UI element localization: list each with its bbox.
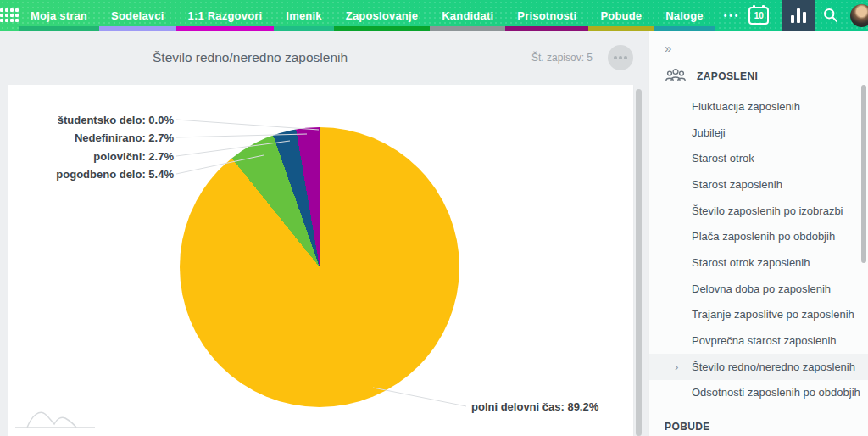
nav-item-label: Kandidati	[442, 9, 493, 22]
nav-right-tools: 10 ⌄	[748, 0, 868, 31]
calendar-icon[interactable]: 10	[748, 7, 769, 25]
sidebar-report-item[interactable]: Trajanje zaposlitve po zaposlenih	[649, 302, 868, 328]
nav-item-kandidati[interactable]: Kandidati	[430, 0, 505, 31]
pie-slice-label: Nedefinirano: 2.7%	[8, 131, 174, 144]
pie-slice-label: študentsko delo: 0.0%	[8, 114, 174, 126]
avatar[interactable]	[850, 4, 868, 27]
sidebar-section-label: POBUDE	[665, 421, 710, 433]
sidebar-section-header[interactable]: ZAPOSLENI	[649, 67, 868, 86]
top-nav: Moja stranSodelavci1:1 RazgovoriImenikZa…	[0, 0, 868, 31]
records-count: Št. zapisov: 5	[531, 52, 593, 64]
nav-item-label: Moja stran	[31, 9, 87, 22]
nav-item-label: Naloge	[665, 9, 704, 22]
sidebar-scrollbar[interactable]	[861, 85, 866, 263]
sidebar-report-label: Število redno/neredno zaposlenih	[692, 361, 855, 373]
sidebar-report-label: Starost otrok zaposlenih	[692, 256, 810, 269]
page-header: Število redno/neredno zaposlenih Št. zap…	[0, 31, 648, 85]
pie-slice-label: polni delovni čas: 89.2%	[471, 400, 598, 413]
main-scrollbar[interactable]	[636, 89, 642, 436]
pie-slice-label: polovični: 2.7%	[8, 150, 174, 163]
nav-tabs: Moja stranSodelavci1:1 RazgovoriImenikZa…	[19, 0, 748, 31]
sidebar-report-label: Starost otrok	[692, 152, 754, 165]
sidebar-section-header[interactable]: POBUDE	[649, 417, 868, 436]
nav-item-naloge[interactable]: Naloge	[654, 0, 715, 31]
sidebar-report-item[interactable]: Plača zaposlenih po obdobjih	[649, 223, 868, 249]
sidebar-report-item[interactable]: Starost otrok zaposlenih	[649, 249, 868, 276]
sidebar-report-item[interactable]: Odsotnosti zaposlenih po obdobjih	[649, 380, 868, 406]
sidebar-report-item[interactable]: Starost otrok	[649, 145, 868, 171]
sidebar-report-item[interactable]: Delovna doba po zaposlenih	[649, 276, 868, 302]
apps-grid-icon[interactable]	[0, 0, 19, 31]
sidebar-report-label: Fluktuacija zaposlenih	[692, 100, 800, 113]
nav-item-label: Sodelavci	[111, 9, 164, 22]
analytics-bar-chart-icon[interactable]	[782, 0, 815, 31]
nav-item-label: •••	[724, 11, 741, 20]
nav-item-label: Prisotnosti	[517, 9, 576, 22]
nav-item-prisotnosti[interactable]: Prisotnosti	[505, 0, 588, 31]
sidebar-section-label: ZAPOSLENI	[697, 70, 758, 82]
nav-item-razgovori[interactable]: 1:1 Razgovori	[176, 0, 275, 31]
nav-item-label: Pobude	[600, 9, 642, 22]
sidebar-report-label: Trajanje zaposlitve po zaposlenih	[692, 308, 854, 321]
more-options-button[interactable]	[608, 45, 633, 70]
sidebar-report-label: Povprečna starost zaposlenih	[692, 334, 837, 347]
sidebar-report-item[interactable]: ›Število redno/neredno zaposlenih	[649, 354, 868, 380]
sidebar-report-item[interactable]: Jubileji	[649, 120, 868, 146]
search-icon[interactable]	[815, 0, 847, 31]
people-icon	[665, 68, 687, 85]
nav-item-label: Zaposlovanje	[346, 9, 418, 22]
app-root: Moja stranSodelavci1:1 RazgovoriImenikZa…	[0, 0, 868, 436]
page-title: Število redno/neredno zaposlenih	[153, 31, 348, 85]
sidebar-report-item[interactable]: Število zaposlenih po izobrazbi	[649, 198, 868, 224]
nav-item-pobude[interactable]: Pobude	[588, 0, 654, 31]
nav-item-moja-stran[interactable]: Moja stran	[19, 0, 99, 31]
sidebar-report-label: Delovna doba po zaposlenih	[692, 282, 831, 295]
reports-sidebar: » ZAPOSLENIFluktuacija zaposlenihJubilej…	[648, 31, 868, 436]
nav-item-sodelavci[interactable]: Sodelavci	[99, 0, 176, 31]
nav-item-more[interactable]: •••	[715, 0, 749, 31]
sidebar-report-item[interactable]: Fluktuacija zaposlenih	[649, 93, 868, 120]
sidebar-report-label: Jubileji	[692, 126, 726, 139]
nav-item-label: 1:1 Razgovori	[188, 9, 263, 22]
main-pane: Število redno/neredno zaposlenih Št. zap…	[0, 31, 648, 436]
sidebar-report-item[interactable]: Povprečna starost zaposlenih	[649, 327, 868, 354]
sidebar-report-label: Starost zaposlenih	[692, 178, 782, 191]
sidebar-report-label: Plača zaposlenih po obdobjih	[692, 230, 835, 243]
pie-chart[interactable]	[180, 127, 459, 407]
user-menu[interactable]: ⌄	[850, 4, 868, 27]
sidebar-report-label: Odsotnosti zaposlenih po obdobjih	[692, 386, 860, 399]
chart-card: študentsko delo: 0.0%Nedefinirano: 2.7%p…	[8, 85, 633, 436]
nav-item-zaposlovanje[interactable]: Zaposlovanje	[334, 0, 430, 31]
nav-item-label: Imenik	[286, 9, 321, 22]
chevron-right-icon: ›	[675, 361, 678, 373]
nav-item-imenik[interactable]: Imenik	[274, 0, 333, 31]
sidebar-report-label: Število zaposlenih po izobrazbi	[692, 204, 843, 217]
calendar-day: 10	[754, 11, 764, 20]
pie-slice-label: pogodbeno delo: 5.4%	[8, 168, 174, 181]
collapse-sidebar-button[interactable]: »	[649, 31, 683, 55]
sidebar-report-item[interactable]: Starost zaposlenih	[649, 171, 868, 198]
